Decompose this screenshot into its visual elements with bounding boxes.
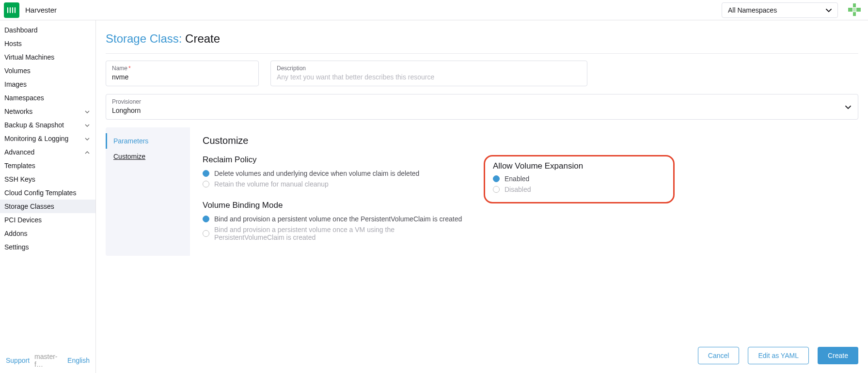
nav-label: Settings (4, 243, 29, 251)
nav-label: Addons (4, 230, 27, 237)
reclaim-retain-option[interactable]: Retain the volume for manual cleanup (203, 180, 464, 188)
nav-label: Backup & Snapshot (4, 121, 64, 129)
radio-selected-icon (493, 175, 500, 182)
nav-label: Images (4, 80, 27, 88)
chevron-down-icon (826, 6, 832, 14)
binding-pvc-option[interactable]: Bind and provision a persistent volume o… (203, 215, 464, 223)
nav-settings[interactable]: Settings (0, 240, 95, 254)
nav-namespaces[interactable]: Namespaces (0, 91, 95, 105)
nav-backup-snapshot[interactable]: Backup & Snapshot (0, 118, 95, 132)
radio-label: Bind and provision a persistent volume o… (214, 215, 462, 223)
expansion-heading: Allow Volume Expansion (493, 161, 665, 171)
radio-selected-icon (203, 216, 209, 222)
nav-advanced[interactable]: Advanced (0, 145, 95, 159)
expansion-disabled-option[interactable]: Disabled (493, 186, 665, 193)
sidebar-footer: Support master-f… English (0, 348, 95, 373)
chevron-down-icon (85, 108, 90, 115)
namespace-select[interactable]: All Namespaces (722, 2, 838, 18)
binding-heading: Volume Binding Mode (203, 201, 464, 210)
allow-volume-expansion-highlight: Allow Volume Expansion Enabled Disabled (484, 155, 675, 203)
shell: Dashboard Hosts Virtual Machines Volumes… (0, 20, 868, 373)
page-title: Storage Class: Create (106, 32, 858, 46)
nav-label: Namespaces (4, 94, 44, 102)
topbar-left: Harvester (4, 2, 57, 18)
description-placeholder: Any text you want that better describes … (277, 73, 581, 81)
cancel-button[interactable]: Cancel (698, 347, 740, 364)
user-avatar[interactable] (847, 2, 862, 18)
columns: Reclaim Policy Delete volumes and underl… (203, 155, 846, 244)
nav-networks[interactable]: Networks (0, 105, 95, 118)
nav-addons[interactable]: Addons (0, 227, 95, 240)
namespace-value: All Namespaces (728, 6, 777, 14)
basic-row: Name* nvme Description Any text you want… (106, 61, 858, 86)
nav-templates[interactable]: Templates (0, 159, 95, 172)
tabs: Parameters Customize (106, 127, 190, 256)
nav-cloud-config-templates[interactable]: Cloud Config Templates (0, 186, 95, 200)
name-field[interactable]: Name* nvme (106, 61, 259, 86)
radio-label: Bind and provision a persistent volume o… (214, 226, 464, 241)
radio-label: Enabled (505, 175, 529, 183)
support-link[interactable]: Support (6, 357, 30, 364)
nav-label: Volumes (4, 67, 31, 75)
language-select[interactable]: English (67, 357, 90, 364)
nav-label: Networks (4, 108, 32, 115)
nav-label: Dashboard (4, 26, 38, 34)
nav-label: Hosts (4, 40, 22, 47)
nav-volumes[interactable]: Volumes (0, 64, 95, 78)
topbar: Harvester All Namespaces (0, 0, 868, 20)
nav-storage-classes[interactable]: Storage Classes (0, 200, 95, 213)
nav-label: Cloud Config Templates (4, 189, 76, 197)
nav-pci-devices[interactable]: PCI Devices (0, 213, 95, 227)
app-title: Harvester (25, 6, 57, 14)
footer-actions: Cancel Edit as YAML Create (106, 332, 858, 364)
svg-rect-8 (856, 8, 861, 12)
panel-heading: Customize (203, 135, 846, 146)
provisioner-value: Longhorn (112, 107, 852, 114)
chevron-up-icon (85, 149, 90, 155)
nav-images[interactable]: Images (0, 78, 95, 91)
edit-yaml-button[interactable]: Edit as YAML (748, 347, 809, 364)
tab-parameters[interactable]: Parameters (106, 133, 190, 149)
panel-body: Customize Reclaim Policy Delete volumes … (190, 127, 858, 256)
nav-monitoring-logging[interactable]: Monitoring & Logging (0, 132, 95, 145)
col-right: Allow Volume Expansion Enabled Disabled (484, 155, 846, 244)
expansion-enabled-option[interactable]: Enabled (493, 175, 665, 183)
nav-label: SSH Keys (4, 175, 35, 183)
nav: Dashboard Hosts Virtual Machines Volumes… (0, 20, 95, 348)
field-label: Description (277, 65, 581, 72)
binding-vm-option[interactable]: Bind and provision a persistent volume o… (203, 226, 464, 241)
app-logo[interactable] (4, 2, 19, 18)
chevron-down-icon (845, 103, 851, 111)
reclaim-heading: Reclaim Policy (203, 155, 464, 165)
nav-ssh-keys[interactable]: SSH Keys (0, 172, 95, 186)
radio-label: Delete volumes and underlying device whe… (214, 170, 419, 177)
nav-label: Templates (4, 162, 35, 170)
name-value: nvme (112, 73, 253, 81)
svg-rect-9 (853, 12, 856, 16)
description-field[interactable]: Description Any text you want that bette… (270, 61, 587, 86)
provisioner-select[interactable]: Provisioner Longhorn (106, 94, 858, 120)
config-panel: Parameters Customize Customize Reclaim P… (106, 127, 858, 256)
nav-virtual-machines[interactable]: Virtual Machines (0, 50, 95, 64)
title-action: Create (185, 32, 220, 45)
provisioner-row: Provisioner Longhorn (106, 94, 858, 120)
nav-label: Advanced (4, 148, 34, 156)
title-crumb[interactable]: Storage Class: (106, 32, 182, 45)
nav-dashboard[interactable]: Dashboard (0, 23, 95, 37)
create-button[interactable]: Create (818, 347, 858, 364)
chevron-down-icon (85, 135, 90, 142)
reclaim-delete-option[interactable]: Delete volumes and underlying device whe… (203, 170, 464, 177)
nav-hosts[interactable]: Hosts (0, 37, 95, 50)
radio-unselected-icon (203, 181, 209, 187)
field-label: Name* (112, 65, 253, 72)
chevron-down-icon (85, 122, 90, 128)
svg-rect-7 (853, 8, 856, 12)
field-label: Provisioner (112, 98, 852, 105)
nav-label: PCI Devices (4, 216, 42, 224)
tab-customize[interactable]: Customize (106, 149, 190, 164)
radio-label: Disabled (505, 186, 531, 193)
nav-label: Storage Classes (4, 202, 54, 210)
nav-label: Monitoring & Logging (4, 135, 68, 142)
radio-unselected-icon (203, 230, 209, 237)
radio-selected-icon (203, 170, 209, 177)
